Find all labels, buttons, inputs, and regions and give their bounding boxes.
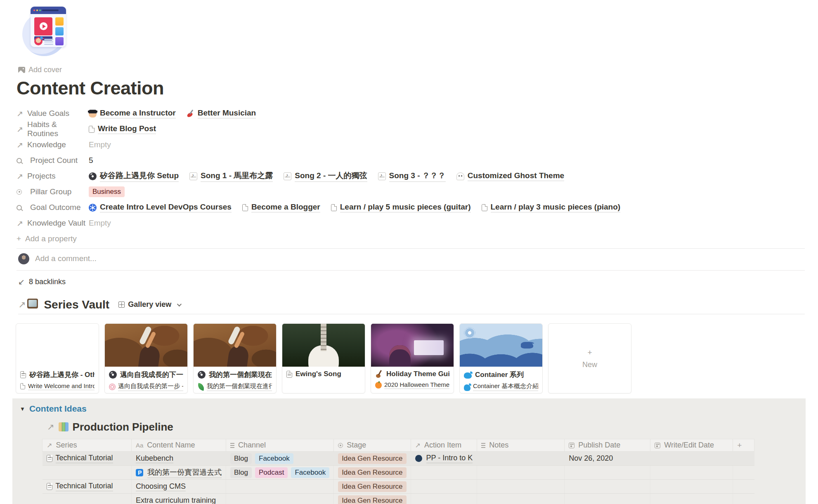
electric-guitar-emoji-icon: [187, 110, 194, 118]
column-header-stage[interactable]: Stage: [334, 439, 411, 452]
open-page-arrow-icon[interactable]: [18, 299, 26, 310]
select-pin-icon: [338, 443, 343, 448]
property-row-goal-outcome[interactable]: Goal Outcome Create Intro Level DevOps C…: [17, 200, 818, 215]
channel-tag[interactable]: Podcast: [255, 467, 288, 478]
production-pipeline-title[interactable]: Production Pipeline: [73, 421, 173, 433]
icon-browser-card: [31, 7, 66, 47]
relation-link[interactable]: Write Blog Post: [89, 124, 156, 134]
publish-date[interactable]: Nov 26, 2020: [569, 454, 613, 462]
table-row[interactable]: 我的第一份實習過去式 BlogPodcastFacebook Idea Gen …: [43, 466, 754, 480]
column-header-action-item[interactable]: Action Item: [411, 439, 477, 452]
gallery-card[interactable]: 矽谷路上遇見你 - Others Write Welcome and Intro…: [16, 323, 99, 393]
content-name-link[interactable]: 我的第一份實習過去式: [147, 467, 222, 478]
toggle-triangle-icon[interactable]: ▼: [20, 406, 25, 412]
music-score-emoji-icon: [378, 172, 386, 180]
relation-link[interactable]: Become a Instructor: [89, 108, 176, 118]
channel-tag[interactable]: Blog: [230, 467, 252, 478]
relation-link[interactable]: Become a Blogger: [242, 203, 320, 212]
column-header-write-edit-date[interactable]: Write/Edit Date: [650, 439, 733, 452]
channel-tag[interactable]: Facebook: [255, 453, 293, 464]
action-item-link[interactable]: PP - Intro to K: [426, 454, 473, 463]
column-header-content-name[interactable]: Content Name: [132, 439, 226, 452]
add-column-button[interactable]: [733, 439, 754, 452]
content-name-link[interactable]: Kubebench: [136, 454, 173, 463]
properties-panel: Value Goals Become a Instructor Better M…: [17, 106, 818, 247]
column-header-series[interactable]: Series: [43, 439, 132, 452]
comment-row[interactable]: Add a comment...: [18, 249, 818, 268]
ghost-emoji-icon: [456, 172, 464, 180]
stage-tag[interactable]: Idea Gen Resource: [338, 467, 406, 478]
page-title[interactable]: Content Creation: [17, 78, 818, 99]
column-header-channel[interactable]: Channel: [226, 439, 334, 452]
column-header-publish-date[interactable]: Publish Date: [565, 439, 650, 452]
relation-link[interactable]: Create Intro Level DevOps Courses: [89, 203, 232, 212]
add-cover-button[interactable]: Add cover: [18, 65, 818, 74]
page-icon: [482, 204, 487, 211]
series-link[interactable]: Technical Tutorial: [56, 482, 113, 491]
property-row-habits[interactable]: Habits & Routines Write Blog Post: [17, 121, 818, 137]
table-row[interactable]: Technical Tutorial Kubebench BlogFaceboo…: [43, 452, 754, 466]
docker-whale-emoji-icon: [464, 372, 472, 379]
property-row-knowledge-vault[interactable]: Knowledge Vault Empty: [17, 215, 818, 231]
new-card-button[interactable]: New: [548, 323, 631, 393]
gallery-card[interactable]: Ewing's Song: [282, 323, 365, 393]
gallery-card[interactable]: Holiday Theme Guitar... 2020 Halloween T…: [371, 323, 454, 393]
content-name-link[interactable]: Extra curriculum training: [136, 496, 216, 504]
doc-text-icon: [47, 455, 52, 462]
property-label: Goal Outcome: [30, 203, 81, 212]
relation-link[interactable]: Song 1 - 馬里布之露: [189, 170, 273, 182]
property-row-knowledge[interactable]: Knowledge Empty: [17, 137, 818, 153]
column-header-notes[interactable]: Notes: [477, 439, 565, 452]
plus-icon: [587, 348, 592, 357]
open-page-arrow-icon[interactable]: [47, 422, 54, 432]
plus-icon: [17, 234, 21, 243]
stage-tag[interactable]: Idea Gen Resource: [338, 495, 406, 504]
relation-link[interactable]: Song 2 - 一人的獨弦: [284, 170, 367, 182]
table-row[interactable]: Technical Tutorial Choosing CMS Idea Gen…: [43, 480, 754, 494]
relation-link[interactable]: Customized Ghost Theme: [456, 171, 564, 181]
content-name-link[interactable]: Choosing CMS: [136, 482, 186, 491]
content-ideas-title[interactable]: Content Ideas: [29, 404, 87, 414]
page-emoji-icon: [415, 455, 422, 462]
page-icon[interactable]: [21, 6, 75, 55]
add-cover-label: Add cover: [28, 66, 62, 74]
channel-tag[interactable]: Blog: [230, 453, 252, 464]
page-icon: [331, 204, 337, 211]
backlinks-toggle[interactable]: 8 backlinks: [18, 276, 818, 287]
gallery-card[interactable]: 邁向自我成長的下一步 邁向自我成長的第一步 - 00（月: [104, 323, 188, 393]
relation-link[interactable]: Learn / play 5 music pieces (guitar): [331, 203, 471, 212]
channel-tag[interactable]: Facebook: [291, 467, 329, 478]
stage-tag[interactable]: Idea Gen Resource: [338, 453, 406, 464]
stage-tag[interactable]: Idea Gen Resource: [338, 481, 406, 492]
docker-whale-emoji-icon: [464, 384, 470, 391]
add-property-button[interactable]: Add a property: [17, 231, 818, 247]
gallery-view-switcher[interactable]: Gallery view: [118, 300, 180, 309]
property-label: Project Count: [30, 156, 78, 165]
calendar-icon: [655, 443, 660, 448]
gallery-card[interactable]: 我的第一個創業現在進... 我的第一個創業現在進行式 Ten: [193, 323, 277, 393]
record-emoji-icon: [89, 172, 97, 180]
pillar-group-tag[interactable]: Business: [89, 186, 125, 197]
property-row-value-goals[interactable]: Value Goals Become a Instructor Better M…: [17, 106, 818, 121]
relation-link[interactable]: Learn / play 3 music pieces (piano): [482, 203, 621, 212]
user-avatar: [18, 253, 29, 264]
relation-link[interactable]: Better Musician: [187, 108, 256, 118]
relation-link[interactable]: Song 3 - ？？？: [378, 170, 446, 182]
series-link[interactable]: Technical Tutorial: [56, 454, 113, 463]
gallery-grid-icon: [118, 301, 125, 308]
tv-emoji-icon: [27, 299, 38, 309]
property-row-project-count[interactable]: Project Count 5: [17, 153, 818, 168]
series-vault-gallery: 矽谷路上遇見你 - Others Write Welcome and Intro…: [16, 323, 818, 394]
property-row-projects[interactable]: Projects 矽谷路上遇見你 Setup Song 1 - 馬里布之露 So…: [17, 168, 818, 184]
gallery-card[interactable]: Container 系列 Container 基本概念介紹 (Dock: [459, 323, 543, 393]
world-map-emoji-icon: [59, 422, 69, 431]
graduate-emoji-icon: [89, 110, 97, 118]
comment-input[interactable]: Add a comment...: [35, 254, 97, 263]
card-cover-guitar-photo: [282, 324, 365, 367]
production-pipeline-table: Series Content Name Channel Stage Action…: [42, 439, 754, 504]
series-vault-title-link[interactable]: Series Vault: [26, 298, 109, 311]
wheel-emoji-icon: [89, 204, 97, 212]
property-row-pillar-group[interactable]: Pillar Group Business: [17, 184, 818, 200]
relation-link[interactable]: 矽谷路上遇見你 Setup: [89, 170, 179, 182]
table-row[interactable]: Extra curriculum training Idea Gen Resou…: [43, 494, 754, 504]
